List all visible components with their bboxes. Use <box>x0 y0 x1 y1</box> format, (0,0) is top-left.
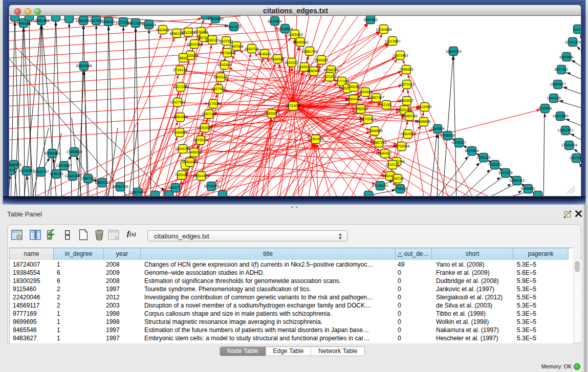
svg-text:12093877: 12093877 <box>550 83 565 86</box>
svg-text:6794028: 6794028 <box>324 69 338 72</box>
svg-text:8454749: 8454749 <box>245 48 258 51</box>
svg-text:1588520: 1588520 <box>270 58 284 61</box>
svg-text:18807289: 18807289 <box>371 141 386 145</box>
svg-text:3024554: 3024554 <box>358 91 372 94</box>
svg-text:10973493: 10973493 <box>392 54 408 58</box>
svg-text:17016504: 17016504 <box>561 144 577 147</box>
svg-text:16713155: 16713155 <box>127 22 143 26</box>
svg-text:7515524: 7515524 <box>142 24 156 27</box>
svg-text:20364486: 20364486 <box>345 98 361 101</box>
svg-text:10210643: 10210643 <box>552 115 568 118</box>
svg-text:12213389: 12213389 <box>172 85 188 89</box>
svg-text:19654958: 19654958 <box>172 116 188 119</box>
svg-text:8912958: 8912958 <box>181 31 195 35</box>
svg-text:1640954: 1640954 <box>430 127 444 131</box>
svg-text:17957225: 17957225 <box>80 177 96 181</box>
svg-text:15716485: 15716485 <box>203 185 219 188</box>
svg-text:9474444: 9474444 <box>465 149 478 153</box>
svg-text:12213967: 12213967 <box>384 40 400 43</box>
svg-text:9327502: 9327502 <box>219 40 233 43</box>
svg-text:2935114: 2935114 <box>477 156 491 160</box>
svg-text:20756928: 20756928 <box>394 145 409 148</box>
svg-text:16543382: 16543382 <box>186 43 202 47</box>
svg-text:7857274: 7857274 <box>227 26 241 29</box>
svg-text:6379197: 6379197 <box>452 141 466 145</box>
svg-text:9329966: 9329966 <box>559 56 573 59</box>
svg-text:14136141: 14136141 <box>372 184 388 188</box>
svg-text:19166825: 19166825 <box>171 131 187 135</box>
svg-text:9146821: 9146821 <box>257 53 271 56</box>
svg-text:8813054: 8813054 <box>268 20 281 24</box>
svg-text:8186323: 8186323 <box>205 39 219 42</box>
svg-text:15300275: 15300275 <box>264 112 279 116</box>
svg-text:13325419: 13325419 <box>287 33 302 37</box>
svg-text:12923448: 12923448 <box>129 191 145 194</box>
svg-text:2087682: 2087682 <box>363 18 377 22</box>
svg-text:19384554: 19384554 <box>308 138 323 141</box>
svg-text:7485063: 7485063 <box>399 68 413 72</box>
svg-text:9115460: 9115460 <box>418 105 432 109</box>
svg-text:9684047: 9684047 <box>378 152 391 156</box>
svg-text:14498222: 14498222 <box>186 151 202 155</box>
svg-text:7955812: 7955812 <box>314 59 328 62</box>
svg-text:10654112: 10654112 <box>509 179 525 183</box>
svg-text:12975115: 12975115 <box>399 83 415 86</box>
svg-text:1167534: 1167534 <box>570 157 581 160</box>
svg-text:15495758: 15495758 <box>401 115 417 118</box>
svg-text:8938918: 8938918 <box>441 134 454 138</box>
svg-text:16046785: 16046785 <box>175 147 190 151</box>
svg-text:1615132: 1615132 <box>385 163 399 167</box>
svg-text:9245652: 9245652 <box>521 187 535 191</box>
svg-text:10688609: 10688609 <box>366 129 382 133</box>
svg-text:10961758: 10961758 <box>301 50 317 54</box>
svg-text:7986322: 7986322 <box>354 107 367 111</box>
svg-text:16107552: 16107552 <box>169 101 185 104</box>
svg-text:9457771: 9457771 <box>168 186 182 190</box>
svg-text:9227342: 9227342 <box>554 68 568 72</box>
svg-text:1621072: 1621072 <box>322 75 336 79</box>
svg-text:9699695: 9699695 <box>417 120 430 124</box>
svg-text:11127: 11127 <box>573 28 581 32</box>
svg-text:7625402: 7625402 <box>175 173 188 177</box>
svg-text:417006: 417006 <box>207 102 219 106</box>
svg-text:9242848: 9242848 <box>217 63 231 67</box>
svg-text:2405572: 2405572 <box>16 22 30 26</box>
svg-text:15720407: 15720407 <box>360 118 376 121</box>
svg-text:6466102: 6466102 <box>101 20 115 24</box>
svg-text:8471676: 8471676 <box>498 171 512 175</box>
svg-text:12156812: 12156812 <box>18 169 34 173</box>
svg-text:3215958: 3215958 <box>538 107 552 111</box>
svg-text:14353594: 14353594 <box>197 126 212 130</box>
svg-text:13975887: 13975887 <box>56 164 72 168</box>
svg-text:17359914: 17359914 <box>66 150 82 154</box>
svg-text:1145193: 1145193 <box>50 172 63 176</box>
svg-text:19654923: 19654923 <box>400 133 416 136</box>
svg-text:2967608: 2967608 <box>229 45 243 49</box>
svg-text:20691406: 20691406 <box>33 19 49 23</box>
svg-text:2803144: 2803144 <box>213 76 227 79</box>
svg-text:2718170: 2718170 <box>173 69 187 72</box>
svg-text:16782759: 16782759 <box>112 185 128 189</box>
svg-text:10807487: 10807487 <box>368 96 384 100</box>
svg-text:746266: 746266 <box>347 85 359 89</box>
svg-text:8878334: 8878334 <box>193 139 207 142</box>
svg-text:6990448: 6990448 <box>307 70 320 73</box>
svg-text:16640910: 16640910 <box>292 41 308 45</box>
svg-text:18724007: 18724007 <box>285 104 301 108</box>
svg-text:3919741: 3919741 <box>9 169 17 172</box>
svg-text:5322037: 5322037 <box>285 61 298 65</box>
svg-text:9463627: 9463627 <box>400 99 413 103</box>
svg-text:13692971: 13692971 <box>557 129 573 133</box>
svg-text:10958117: 10958117 <box>95 181 111 185</box>
svg-text:12505135: 12505135 <box>64 174 80 178</box>
svg-text:5875685: 5875685 <box>220 52 234 55</box>
svg-text:17942737: 17942737 <box>33 170 49 174</box>
svg-text:7632621: 7632621 <box>488 163 502 167</box>
svg-text:20553346: 20553346 <box>76 64 92 68</box>
svg-text:62160: 62160 <box>381 103 391 107</box>
svg-text:15751074: 15751074 <box>564 41 580 45</box>
svg-text:1244419: 1244419 <box>547 97 560 100</box>
svg-text:20206551: 20206551 <box>44 152 60 156</box>
svg-text:10154808: 10154808 <box>376 28 391 32</box>
svg-text:16914479: 16914479 <box>193 174 209 178</box>
